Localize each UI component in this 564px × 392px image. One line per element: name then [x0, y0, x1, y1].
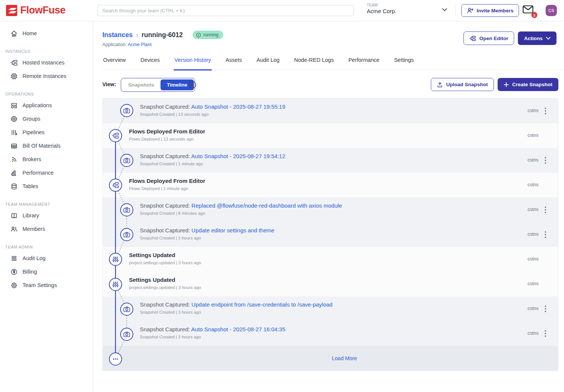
top-bar: FlowFuse TEAM: Acme Corp. Invite Members… [0, 0, 564, 21]
tab-performance[interactable]: Performance [348, 55, 380, 70]
row-meta: Flows Deployed | 13 seconds ago [129, 137, 205, 141]
windows-icon [10, 102, 18, 109]
tab-version-history[interactable]: Version History [174, 55, 212, 70]
row-user: cstns [528, 256, 538, 262]
sidebar-item-label: Remote Instances [22, 73, 66, 79]
sidebar-item-library[interactable]: Library [0, 209, 93, 222]
sidebar-item-groups[interactable]: Groups [0, 112, 93, 126]
row-menu-button[interactable] [544, 156, 552, 165]
main-content: Instances › running-6012 running Applica… [93, 21, 564, 392]
team-selector[interactable]: TEAM: Acme Corp. [367, 3, 448, 18]
bar-chart-icon [10, 169, 18, 177]
snapshot-link[interactable]: Update endpoint from /save-credentials t… [192, 301, 333, 308]
row-menu-button[interactable] [544, 230, 552, 239]
sidebar-item-applications[interactable]: Applications [0, 99, 93, 112]
projects-icon [470, 35, 476, 42]
search-input[interactable] [98, 5, 354, 16]
sidebar-item-audit-log[interactable]: Audit Log [0, 251, 93, 265]
database-icon [10, 183, 18, 190]
notifications-button[interactable]: 2 [522, 5, 535, 17]
actions-button[interactable]: Actions [518, 31, 556, 45]
sidebar-item-tables[interactable]: Tables [0, 180, 93, 193]
sidebar-item-home[interactable]: Home [0, 27, 93, 40]
toggle-snapshots[interactable]: Snapshots [122, 79, 160, 90]
sidebar-item-label: Pipelines [22, 129, 45, 135]
sidebar-item-billing[interactable]: Billing [0, 265, 93, 278]
invite-members-label: Invite Members [477, 8, 513, 13]
load-more-row: Load More [103, 346, 558, 371]
snapshot-link[interactable]: Auto Snapshot - 2025-08-27 19:54:12 [191, 153, 285, 159]
breadcrumb-instances-link[interactable]: Instances [102, 31, 133, 39]
snapshot-link[interactable]: Update editor settings and theme [192, 227, 274, 233]
snapshot-actions: Upload Snapshot Create Snapshot [431, 78, 558, 91]
sidebar-item-members[interactable]: Members [0, 222, 93, 236]
avatar[interactable]: CS [546, 5, 557, 16]
invite-members-button[interactable]: Invite Members [461, 4, 519, 17]
status-badge-label: running [203, 32, 218, 37]
row-meta: Snapshot Created | 3 hours ago [140, 335, 285, 339]
row-meta: Snapshot Created | 13 seconds ago [140, 112, 285, 117]
sidebar-item-label: Members [22, 226, 45, 232]
sidebar-item-hosted-instances[interactable]: Hosted Instances [0, 56, 93, 69]
row-user: cstns [528, 232, 538, 237]
snapshot-prefix: Snapshot Captured: [140, 227, 190, 233]
snapshot-link[interactable]: Auto Snapshot - 2025-08-27 19:55:19 [191, 103, 285, 110]
chip-icon [10, 73, 18, 80]
row-menu-button[interactable] [544, 329, 552, 338]
gear-icon [10, 282, 18, 289]
timeline-row: Snapshot Captured: Replaced @flowfuse/no… [103, 197, 558, 222]
snapshot-prefix: Snapshot Captured: [140, 202, 190, 209]
event-title: Settings Updated [129, 252, 175, 258]
snapshot-link[interactable]: Replaced @flowfuse/node-red-dashboard wi… [192, 202, 342, 209]
timeline-row: Snapshot Captured: Auto Snapshot - 2025-… [103, 148, 558, 173]
row-meta: Snapshot Created | 3 hours ago [140, 310, 333, 314]
table-icon [10, 142, 18, 150]
sidebar-item-label: Groups [22, 116, 40, 122]
upload-snapshot-button[interactable]: Upload Snapshot [431, 78, 494, 91]
users-icon [10, 226, 18, 233]
upload-icon [437, 82, 443, 88]
timeline-row: Snapshot Captured: Auto Snapshot - 2025-… [103, 321, 558, 346]
row-menu-button[interactable] [544, 205, 552, 214]
row-user: cstns [528, 157, 538, 163]
load-more-link[interactable]: Load More [332, 355, 357, 361]
create-snapshot-button[interactable]: Create Snapshot [498, 78, 558, 91]
flowfuse-logo[interactable]: FlowFuse [6, 4, 66, 16]
row-menu-button[interactable] [544, 106, 552, 115]
snapshot-prefix: Snapshot Captured: [140, 326, 190, 332]
sidebar-item-performance[interactable]: Performance [0, 166, 93, 180]
tab-overview[interactable]: Overview [102, 55, 126, 70]
sidebar-item-remote-instances[interactable]: Remote Instances [0, 69, 93, 83]
row-user: cstns [528, 108, 538, 113]
pipelines-icon [10, 129, 18, 136]
header-buttons: Open Editor Actions [464, 31, 556, 45]
info-icon[interactable] [189, 81, 196, 89]
event-title: Flows Deployed From Editor [129, 178, 205, 184]
sidebar-item-brokers[interactable]: Brokers [0, 153, 93, 166]
sidebar-item-label: Performance [22, 170, 54, 176]
row-user: cstns [528, 281, 538, 286]
create-snapshot-label: Create Snapshot [512, 82, 552, 87]
sidebar-item-label: Hosted Instances [22, 60, 64, 66]
book-icon [10, 212, 18, 219]
status-running-icon [196, 33, 201, 37]
tab-devices[interactable]: Devices [140, 55, 160, 70]
sidebar-item-team-settings[interactable]: Team Settings [0, 278, 93, 292]
open-editor-button[interactable]: Open Editor [464, 31, 514, 45]
sidebar-item-pipelines[interactable]: Pipelines [0, 126, 93, 139]
tab-audit-log[interactable]: Audit Log [256, 55, 280, 70]
flowfuse-logo-icon [6, 5, 17, 16]
tab-node-red-logs[interactable]: Node-RED Logs [293, 55, 334, 70]
application-link[interactable]: Acme Plant [128, 42, 152, 47]
dollar-icon [10, 268, 18, 275]
snapshot-prefix: Snapshot Captured: [140, 301, 190, 308]
snapshot-link[interactable]: Auto Snapshot - 2025-08-27 16:04:35 [191, 326, 285, 332]
sidebar-section-operations: OPERATIONS [0, 83, 93, 99]
sidebar-item-bill-of-materials[interactable]: Bill Of Materials [0, 139, 93, 153]
tab-settings[interactable]: Settings [393, 55, 414, 70]
divider [455, 5, 456, 16]
sidebar-section-team-management: TEAM MANAGEMENT [0, 193, 93, 209]
row-user: cstns [528, 182, 538, 187]
tab-assets[interactable]: Assets [225, 55, 243, 70]
row-menu-button[interactable] [544, 304, 552, 313]
